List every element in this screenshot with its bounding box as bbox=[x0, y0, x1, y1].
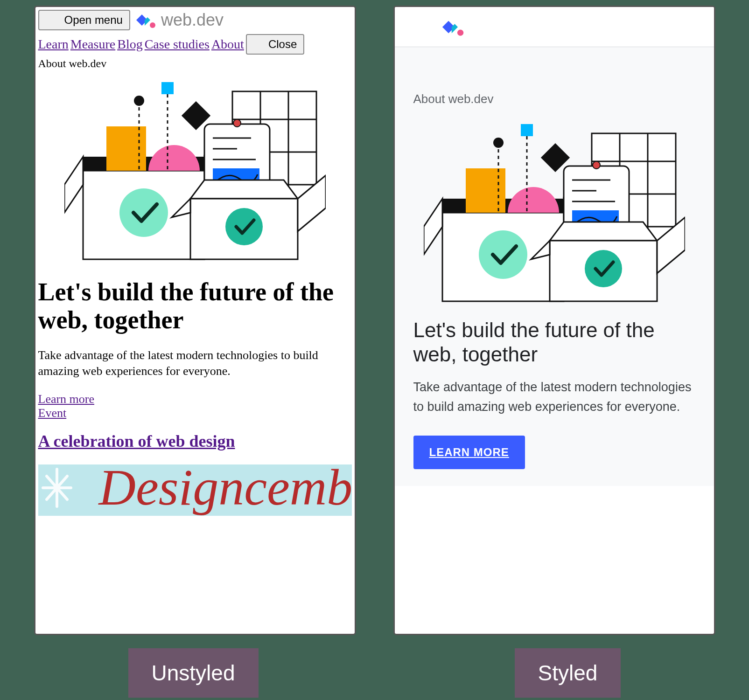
logo-text: web.dev bbox=[161, 10, 224, 30]
event-link[interactable]: Event bbox=[38, 406, 352, 420]
webdev-logo-icon bbox=[135, 11, 156, 29]
hero-illustration bbox=[64, 73, 326, 264]
close-menu-button[interactable]: Close bbox=[246, 34, 304, 55]
hamburger-icon bbox=[46, 14, 62, 27]
eyebrow: About web.dev bbox=[38, 57, 352, 70]
learn-more-button[interactable]: LEARN MORE bbox=[413, 436, 525, 469]
hamburger-icon[interactable] bbox=[408, 20, 426, 34]
nav-row: Learn Measure Blog Case studies About Cl… bbox=[38, 34, 352, 55]
styled-viewport: About web.dev Let's build the future of … bbox=[393, 6, 715, 635]
nav-blog[interactable]: Blog bbox=[117, 37, 142, 52]
nav-measure[interactable]: Measure bbox=[70, 37, 115, 52]
unstyled-viewport: Open menu web.dev Learn Measure Blog Cas… bbox=[34, 6, 356, 635]
eyebrow: About web.dev bbox=[413, 92, 695, 106]
page-subtitle: Take advantage of the latest modern tech… bbox=[413, 378, 695, 417]
learn-more-link[interactable]: Learn more bbox=[38, 392, 352, 406]
caption-styled: Styled bbox=[515, 648, 621, 698]
event-card-image: Designcember bbox=[38, 464, 352, 516]
nav-case-studies[interactable]: Case studies bbox=[145, 37, 210, 52]
page-subtitle: Take advantage of the latest modern tech… bbox=[38, 347, 352, 379]
hero-illustration bbox=[424, 115, 685, 306]
open-menu-label: Open menu bbox=[64, 14, 123, 27]
event-heading: A celebration of web design bbox=[38, 431, 352, 451]
page-title: Let's build the future of the web, toget… bbox=[38, 278, 352, 334]
event-card-script-text: Designcember bbox=[99, 464, 352, 516]
page-body: About web.dev Let's build the future of … bbox=[395, 47, 714, 486]
open-menu-button[interactable]: Open menu bbox=[38, 10, 130, 30]
app-header bbox=[395, 7, 714, 47]
webdev-logo-icon[interactable] bbox=[441, 17, 465, 37]
page-title: Let's build the future of the web, toget… bbox=[413, 318, 695, 367]
caption-unstyled: Unstyled bbox=[128, 648, 259, 698]
close-icon bbox=[253, 38, 266, 50]
nav-learn[interactable]: Learn bbox=[38, 37, 69, 52]
event-heading-link[interactable]: A celebration of web design bbox=[38, 432, 235, 450]
caption-row: Unstyled Styled bbox=[0, 648, 749, 700]
close-label: Close bbox=[268, 38, 297, 51]
comparison-stage: Open menu web.dev Learn Measure Blog Cas… bbox=[0, 6, 749, 635]
nav-about[interactable]: About bbox=[211, 37, 244, 52]
